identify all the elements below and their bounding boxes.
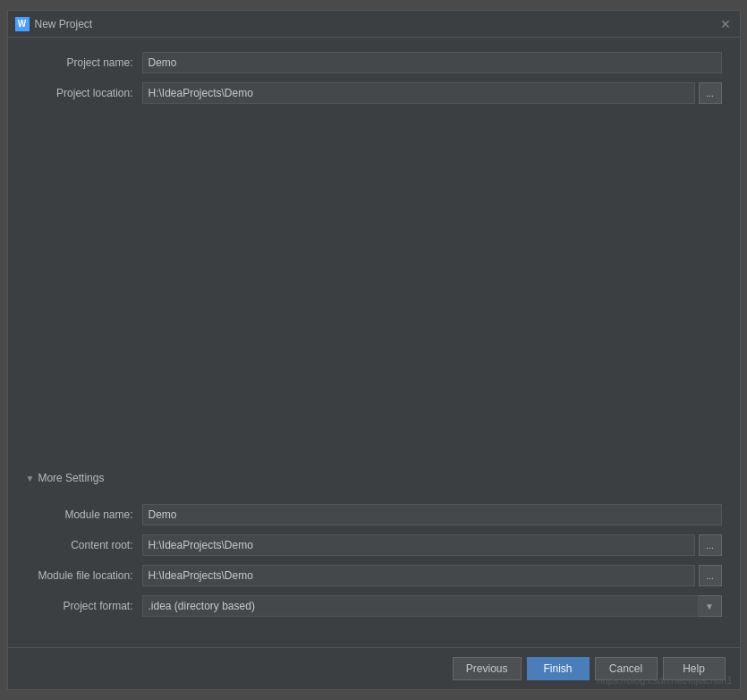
- intellij-icon: W: [15, 17, 30, 31]
- previous-button[interactable]: Previous: [453, 657, 522, 680]
- title-bar-left: W New Project: [15, 17, 93, 31]
- module-name-row: Module name:: [26, 504, 722, 525]
- module-file-location-label: Module file location:: [26, 569, 142, 582]
- more-settings-toggle[interactable]: ▼ More Settings: [26, 468, 722, 488]
- more-settings-section: ▼ More Settings Module name: Content roo…: [26, 468, 722, 633]
- more-settings-content: Module name: Content root: ... Module fi…: [26, 497, 722, 633]
- module-file-location-input[interactable]: [142, 565, 695, 586]
- project-format-select[interactable]: .idea (directory based): [142, 595, 699, 617]
- project-name-label: Project name:: [26, 56, 142, 69]
- project-location-label: Project location:: [26, 87, 142, 99]
- project-format-row: Project format: .idea (directory based) …: [26, 595, 722, 617]
- new-project-dialog: W New Project ✕ Project name: Project lo…: [7, 10, 741, 690]
- project-format-label: Project format:: [26, 600, 142, 612]
- dialog-title: New Project: [35, 18, 93, 30]
- module-file-location-row: Module file location: ...: [26, 565, 722, 586]
- more-settings-arrow-icon: ▼: [26, 474, 35, 483]
- project-location-row: Project location: ...: [26, 82, 722, 104]
- module-file-location-input-group: ...: [142, 565, 722, 586]
- project-location-input-group: ...: [142, 82, 722, 104]
- title-bar: W New Project ✕: [8, 11, 740, 38]
- module-name-input[interactable]: [142, 504, 722, 525]
- content-root-label: Content root:: [26, 539, 142, 551]
- content-root-browse-button[interactable]: ...: [699, 534, 722, 556]
- more-settings-header-label: More Settings: [38, 472, 104, 484]
- close-button[interactable]: ✕: [718, 17, 733, 31]
- finish-button[interactable]: Finish: [527, 657, 590, 680]
- module-file-location-browse-button[interactable]: ...: [699, 565, 722, 586]
- project-location-browse-button[interactable]: ...: [699, 82, 722, 104]
- content-root-input[interactable]: [142, 534, 695, 556]
- project-format-select-group: .idea (directory based) ▼: [142, 595, 722, 617]
- project-name-input[interactable]: [142, 52, 722, 73]
- content-root-input-group: ...: [142, 534, 722, 556]
- project-location-input[interactable]: [142, 82, 695, 104]
- watermark: https://blog.csdn.net/lujiachun1: [597, 675, 732, 686]
- dialog-body: Project name: Project location: ... ▼ Mo…: [8, 38, 740, 647]
- body-spacer: [26, 113, 722, 459]
- content-root-row: Content root: ...: [26, 534, 722, 556]
- module-name-label: Module name:: [26, 508, 142, 521]
- project-name-row: Project name:: [26, 52, 722, 73]
- project-format-dropdown-arrow-icon[interactable]: ▼: [699, 595, 722, 617]
